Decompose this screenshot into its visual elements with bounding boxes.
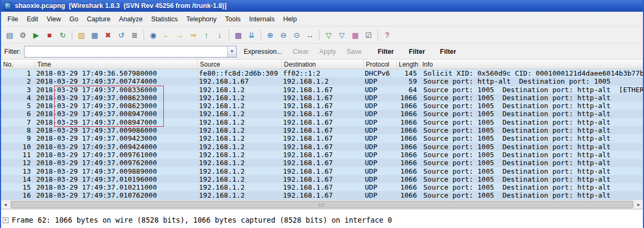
find-packet-button[interactable]: ◉ (147, 29, 160, 42)
column-header-time[interactable]: Time (35, 60, 198, 69)
packet-row-6[interactable]: 62018-03-29 17:49:37.008947000192.168.1.… (1, 110, 643, 118)
custom-filter-buttons: FilterFilterFilter (374, 47, 460, 56)
packet-row-14[interactable]: 142018-03-29 17:49:37.010196000192.168.1… (1, 175, 643, 183)
preferences-button[interactable]: ☑ (362, 29, 375, 42)
packet-row-16[interactable]: 162018-03-29 17:49:37.010762000192.168.1… (1, 191, 643, 199)
chevron-down-icon: ▼ (230, 49, 234, 54)
auto-scroll-button[interactable]: ⇊ (245, 29, 258, 42)
cell-time: 2018-03-29 17:49:37.009762000 (35, 159, 198, 167)
close-file-button[interactable]: ✖ (102, 29, 114, 42)
help-button[interactable]: ? (381, 29, 394, 42)
packet-row-9[interactable]: 92018-03-29 17:49:37.009423000192.168.1.… (1, 134, 643, 142)
cell-info: Source port: 1005 Destination port: http… (420, 159, 643, 167)
packet-row-10[interactable]: 102018-03-29 17:49:37.009424000192.168.1… (1, 143, 643, 151)
zoom-100-button[interactable]: ⊙ (290, 29, 303, 42)
filter-input[interactable] (24, 46, 227, 57)
detail-frame-line[interactable]: + Frame 62: 1066 bytes on wire (8528 bit… (3, 216, 642, 224)
cell-length: 1066 (397, 118, 420, 126)
packet-row-2[interactable]: 22018-03-29 17:49:37.007474000192.168.1.… (1, 77, 643, 85)
cell-protocol: UDP (364, 159, 397, 167)
colorize-button[interactable]: ▩ (232, 29, 245, 42)
save-button[interactable]: Save (343, 47, 366, 56)
find-packet-icon: ◉ (150, 31, 156, 39)
go-to-bottom-button[interactable]: ↓ (213, 29, 226, 42)
column-header-destination[interactable]: Destination (282, 60, 364, 69)
cell-time: 2018-03-29 17:49:37.009086000 (35, 126, 198, 134)
packet-row-5[interactable]: 52018-03-29 17:49:37.008623000192.168.1.… (1, 102, 643, 110)
reload-button[interactable]: ↺ (115, 29, 128, 42)
column-header-source[interactable]: Source (198, 60, 282, 69)
packet-row-13[interactable]: 132018-03-29 17:49:37.009889000192.168.1… (1, 167, 643, 175)
apply-button[interactable]: Apply (315, 47, 339, 56)
column-header-no[interactable]: No. (1, 60, 35, 69)
custom-filter-button-3[interactable]: Filter (436, 47, 460, 56)
cell-destination: ff02::1:2 (282, 69, 364, 77)
menu-internals[interactable]: Internals (245, 13, 279, 25)
expression-button[interactable]: Expression... (240, 47, 286, 56)
packet-row-4[interactable]: 42018-03-29 17:49:37.008623000192.168.1.… (1, 94, 643, 102)
menu-analyze[interactable]: Analyze (115, 13, 147, 25)
menu-view[interactable]: View (43, 13, 65, 25)
cell-source: 192.168.1.2 (198, 191, 282, 199)
menu-tools[interactable]: Tools (221, 13, 245, 25)
coloring-rules-button[interactable]: ▦ (349, 29, 362, 42)
cell-no: 4 (1, 94, 35, 102)
custom-filter-button-1[interactable]: Filter (374, 47, 398, 56)
cell-protocol: UDP (364, 151, 397, 159)
go-to-packet-button[interactable]: ⇒ (187, 29, 199, 42)
display-filters-button[interactable]: ▽ (336, 29, 348, 42)
menu-capture[interactable]: Capture (82, 13, 114, 25)
cell-info: Source port: 1005 Destination port: http… (420, 151, 643, 159)
cell-destination: 192.168.1.67 (282, 191, 364, 199)
clear-button[interactable]: Clear (289, 47, 313, 56)
cell-protocol: UDP (364, 167, 397, 175)
menu-edit[interactable]: Edit (22, 13, 43, 25)
column-header-protocol[interactable]: Protocol (364, 60, 397, 69)
cell-no: 1 (1, 69, 35, 77)
capture-filters-button[interactable]: ▽ (322, 29, 335, 42)
zoom-out-button[interactable]: ⊖ (277, 29, 290, 42)
column-header-length[interactable]: Length (397, 60, 420, 69)
cell-length: 1066 (397, 159, 420, 167)
cell-destination: 192.168.1.67 (282, 126, 364, 134)
expander-icon[interactable]: + (3, 217, 9, 223)
resize-columns-button[interactable]: ↔ (304, 29, 316, 42)
scroll-left-button[interactable]: ◄ (1, 200, 10, 209)
menu-go[interactable]: Go (65, 13, 83, 25)
horizontal-scrollbar[interactable]: ◄ ||| ► (1, 200, 643, 209)
cell-destination: 192.168.1.67 (282, 134, 364, 142)
cell-protocol: DHCPv6 (364, 69, 397, 77)
scroll-right-button[interactable]: ► (634, 200, 643, 209)
open-file-button[interactable]: ▨ (75, 29, 88, 42)
packet-row-12[interactable]: 122018-03-29 17:49:37.009762000192.168.1… (1, 159, 643, 167)
print-button[interactable]: ≣ (128, 29, 141, 42)
go-back-button[interactable]: ← (160, 29, 173, 42)
packet-row-8[interactable]: 82018-03-29 17:49:37.009086000192.168.1.… (1, 126, 643, 134)
go-forward-button[interactable]: → (173, 29, 186, 42)
filter-dropdown-button[interactable]: ▼ (227, 46, 236, 57)
packet-row-7[interactable]: 72018-03-29 17:49:37.008947000192.168.1.… (1, 118, 643, 126)
custom-filter-button-2[interactable]: Filter (405, 47, 429, 56)
packet-row-3[interactable]: 32018-03-29 17:49:37.008336000192.168.1.… (1, 86, 643, 94)
menu-telephony[interactable]: Telephony (182, 13, 221, 25)
scroll-track[interactable]: ||| (10, 200, 634, 209)
go-to-top-button[interactable]: ↑ (200, 29, 213, 42)
capture-restart-button[interactable]: ↻ (56, 29, 69, 42)
cell-no: 5 (1, 102, 35, 110)
scroll-thumb[interactable]: ||| (11, 201, 633, 208)
list-interfaces-button[interactable]: ▤ (3, 29, 16, 42)
cell-no: 15 (1, 183, 35, 191)
title-bar[interactable]: shaoxie.pcapng [Wireshark 1.8.3 (SVN Rev… (1, 0, 643, 12)
menu-statistics[interactable]: Statistics (147, 13, 182, 25)
capture-options-button[interactable]: ⚙ (16, 29, 29, 42)
zoom-in-button[interactable]: ⊕ (264, 29, 277, 42)
capture-start-button[interactable]: ▶ (30, 29, 43, 42)
capture-stop-button[interactable]: ■ (43, 29, 56, 42)
menu-file[interactable]: File (3, 13, 22, 25)
menu-help[interactable]: Help (279, 13, 301, 25)
packet-row-11[interactable]: 112018-03-29 17:49:37.009761000192.168.1… (1, 151, 643, 159)
packet-row-1[interactable]: 12018-03-29 17:49:36.507980000fe80::fc8d… (1, 69, 643, 77)
column-header-info[interactable]: Info (420, 60, 643, 69)
packet-row-15[interactable]: 152018-03-29 17:49:37.010211000192.168.1… (1, 183, 643, 191)
save-file-button[interactable]: ▦ (88, 29, 101, 42)
